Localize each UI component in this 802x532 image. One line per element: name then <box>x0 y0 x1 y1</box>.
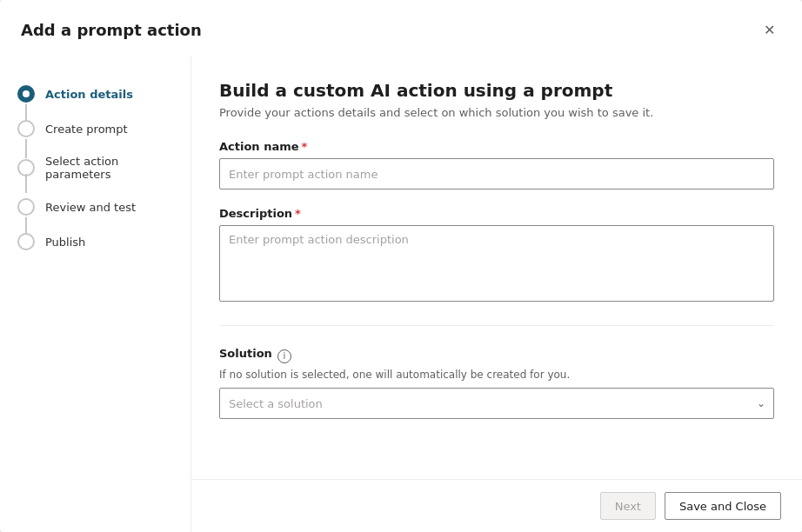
dialog-footer: Next Save and Close <box>191 479 802 532</box>
next-button[interactable]: Next <box>600 492 656 520</box>
sidebar-item-label-select-params: Select action parameters <box>45 155 173 181</box>
sidebar-item-create-prompt[interactable]: Create prompt <box>0 111 190 146</box>
description-field-group: Description * <box>219 207 774 304</box>
solution-info-icon[interactable]: i <box>277 349 291 363</box>
description-required-star: * <box>295 207 301 220</box>
action-name-input[interactable] <box>219 158 774 190</box>
solution-select-wrapper: Select a solution ⌄ <box>219 388 774 419</box>
solution-hint: If no solution is selected, one will aut… <box>219 369 774 381</box>
main-content: Build a custom AI action using a prompt … <box>191 56 802 532</box>
sidebar-item-label-create-prompt: Create prompt <box>45 123 128 136</box>
step-circle-action-details <box>17 85 35 103</box>
sidebar-item-review-and-test[interactable]: Review and test <box>0 190 190 224</box>
action-name-field-group: Action name * <box>219 140 774 190</box>
sidebar-item-label-action-details: Action details <box>45 88 133 101</box>
solution-label: Solution <box>219 347 272 360</box>
step-circle-create-prompt <box>17 120 35 137</box>
sidebar-item-action-details[interactable]: Action details <box>0 76 190 111</box>
sidebar-item-publish[interactable]: Publish <box>0 224 190 259</box>
solution-select[interactable]: Select a solution <box>219 388 774 419</box>
dialog-header: Add a prompt action ✕ <box>0 0 802 56</box>
sidebar-item-label-publish: Publish <box>45 236 85 249</box>
step-circle-review <box>17 198 35 216</box>
dialog-body: Action details Create prompt Select acti… <box>0 56 802 532</box>
action-name-label: Action name * <box>219 140 774 153</box>
sidebar-item-select-action-parameters[interactable]: Select action parameters <box>0 146 190 190</box>
step-circle-publish <box>17 233 35 250</box>
description-input[interactable] <box>219 225 774 302</box>
action-name-required-star: * <box>302 140 308 153</box>
sidebar: Action details Create prompt Select acti… <box>0 56 191 532</box>
divider <box>219 325 774 326</box>
solution-field-group: Solution i If no solution is selected, o… <box>219 347 774 419</box>
main-scroll-area: Build a custom AI action using a prompt … <box>191 56 802 479</box>
sidebar-item-label-review: Review and test <box>45 201 136 214</box>
save-close-button[interactable]: Save and Close <box>665 492 781 520</box>
description-label: Description * <box>219 207 774 220</box>
section-subtitle: Provide your actions details and select … <box>219 106 774 119</box>
add-prompt-action-dialog: Add a prompt action ✕ Action details Cre… <box>0 0 802 532</box>
close-button[interactable]: ✕ <box>757 17 781 42</box>
section-title: Build a custom AI action using a prompt <box>219 80 774 101</box>
dialog-title: Add a prompt action <box>21 21 202 39</box>
solution-label-row: Solution i <box>219 347 774 365</box>
